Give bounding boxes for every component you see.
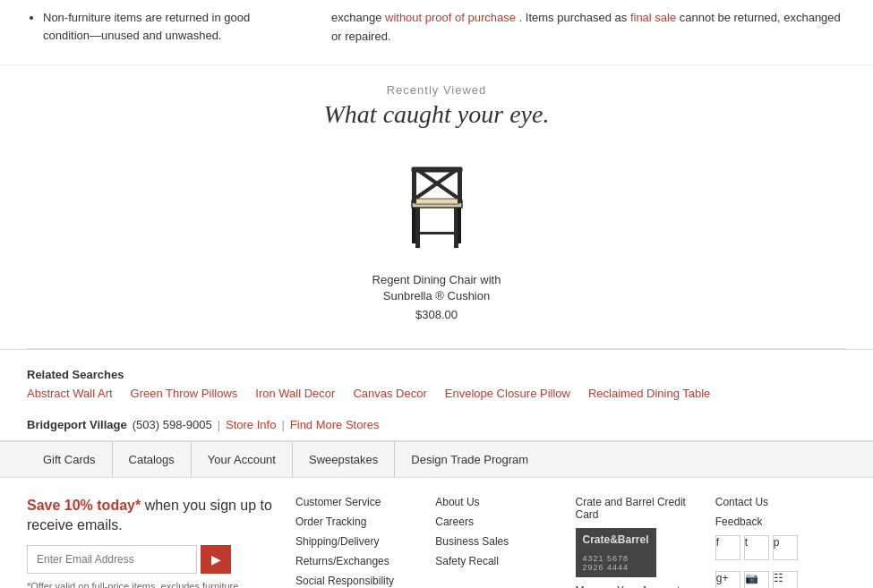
credit-card-image: Crate&Barrel 4321 5678 2926 4444 [576, 528, 656, 577]
houzz-icon[interactable]: ☷ [773, 571, 798, 588]
save-offer-bold: Save 10% today* [27, 498, 141, 513]
offer-note: *Offer valid on full-price items, exclud… [27, 581, 278, 588]
store-info-link[interactable]: Store Info [226, 418, 276, 431]
email-signup-section: Save 10% today* when you sign up to rece… [27, 496, 278, 588]
product-card[interactable]: Regent Dining Chair with Sunbrella ® Cus… [356, 147, 518, 321]
credit-card-title[interactable]: Crate and Barrel Credit Card [576, 496, 706, 521]
social-icons-container: f t p g+ 📷 ☷ ▶ ⋮ [715, 535, 823, 588]
order-tracking-link[interactable]: Order Tracking [295, 516, 426, 528]
feedback-link[interactable]: Feedback [715, 516, 846, 528]
svg-rect-3 [412, 167, 416, 203]
separator2: | [281, 418, 284, 431]
social-responsibility-link[interactable]: Social Responsibility [295, 575, 426, 587]
product-price: $308.00 [356, 308, 518, 321]
footer: Save 10% today* when you sign up to rece… [0, 478, 873, 588]
store-phone: (503) 598-9005 [133, 418, 212, 431]
email-submit-button[interactable]: ▶ [201, 545, 231, 574]
pinterest-icon[interactable]: p [773, 535, 798, 560]
manage-account-link[interactable]: Manage Your Account [576, 584, 706, 588]
related-searches-links: Abstract Wall Art Green Throw Pillows Ir… [27, 387, 846, 400]
svg-rect-11 [415, 232, 458, 234]
footer-columns: Customer Service Order Tracking Shipping… [295, 496, 846, 588]
recently-viewed-section: Recently Viewed What caught your eye. [0, 64, 873, 348]
contact-us-link[interactable]: Contact Us [715, 496, 846, 508]
rs-link-canvas-decor[interactable]: Canvas Decor [353, 387, 426, 400]
careers-link[interactable]: Careers [435, 516, 566, 528]
nav-catalogs[interactable]: Catalogs [113, 442, 192, 477]
twitter-icon[interactable]: t [744, 535, 769, 560]
without-proof-link[interactable]: without proof of purchase [385, 11, 516, 24]
related-searches-title: Related Searches [27, 368, 846, 381]
store-name: Bridgeport Village [27, 418, 127, 431]
product-image [383, 147, 491, 263]
footer-col-3: Crate and Barrel Credit Card Crate&Barre… [576, 496, 706, 588]
product-name: Regent Dining Chair with Sunbrella ® Cus… [356, 272, 518, 304]
svg-rect-4 [458, 167, 462, 203]
store-info-bar: Bridgeport Village (503) 598-9005 | Stor… [0, 409, 873, 441]
left-column: Non-furniture items are returned in good… [27, 9, 295, 47]
email-input[interactable] [27, 545, 197, 574]
find-more-stores-link[interactable]: Find More Stores [290, 418, 380, 431]
returns-exchanges-link[interactable]: Returns/Exchanges [295, 555, 426, 567]
rs-link-green-throw-pillows[interactable]: Green Throw Pillows [131, 387, 238, 400]
svg-rect-10 [458, 208, 461, 243]
save-offer-text: Save 10% today* when you sign up to rece… [27, 496, 278, 536]
safety-recall-link[interactable]: Safety Recall [435, 555, 566, 567]
related-searches-section: Related Searches Abstract Wall Art Green… [0, 349, 873, 409]
top-content: Non-furniture items are returned in good… [0, 0, 873, 64]
svg-rect-7 [415, 208, 420, 248]
nav-sweepstakes[interactable]: Sweepstakes [293, 442, 395, 477]
card-numbers: 4321 5678 2926 4444 [583, 554, 649, 572]
footer-col-4: Contact Us Feedback f t p g+ 📷 ☷ ▶ ⋮ [715, 496, 846, 588]
nav-gift-cards[interactable]: Gift Cards [27, 442, 113, 477]
svg-rect-1 [414, 199, 460, 204]
recently-viewed-title: What caught your eye. [0, 100, 873, 129]
separator: | [218, 418, 220, 431]
card-logo: Crate&Barrel [583, 533, 649, 546]
facebook-icon[interactable]: f [715, 535, 740, 560]
right-text: exchange [331, 11, 385, 24]
rs-link-envelope-closure[interactable]: Envelope Closure Pillow [445, 387, 570, 400]
rs-link-iron-wall-decor[interactable]: Iron Wall Decor [255, 387, 335, 400]
google-plus-icon[interactable]: g+ [715, 571, 740, 588]
email-form: ▶ [27, 545, 278, 574]
business-sales-link[interactable]: Business Sales [435, 535, 566, 548]
recently-viewed-label: Recently Viewed [0, 83, 873, 97]
nav-design-trade[interactable]: Design Trade Program [395, 442, 544, 477]
footer-col-2: About Us Careers Business Sales Safety R… [435, 496, 566, 588]
about-us-link[interactable]: About Us [435, 496, 566, 508]
footer-col-1: Customer Service Order Tracking Shipping… [295, 496, 426, 588]
right-text2: . Items purchased as [519, 11, 630, 24]
nav-your-account[interactable]: Your Account [192, 442, 293, 477]
shipping-delivery-link[interactable]: Shipping/Delivery [295, 535, 426, 548]
rs-link-reclaimed-dining[interactable]: Reclaimed Dining Table [588, 387, 710, 400]
bullet-item: Non-furniture items are returned in good… [43, 9, 295, 44]
rs-link-abstract-wall-art[interactable]: Abstract Wall Art [27, 387, 113, 400]
right-column: exchange without proof of purchase . Ite… [331, 9, 846, 47]
chair-illustration [392, 151, 482, 259]
instagram-icon[interactable]: 📷 [744, 571, 769, 588]
svg-rect-9 [412, 208, 415, 243]
final-sale-link[interactable]: final sale [630, 11, 676, 24]
customer-service-link[interactable]: Customer Service [295, 496, 426, 508]
nav-bar: Gift Cards Catalogs Your Account Sweepst… [0, 441, 873, 478]
